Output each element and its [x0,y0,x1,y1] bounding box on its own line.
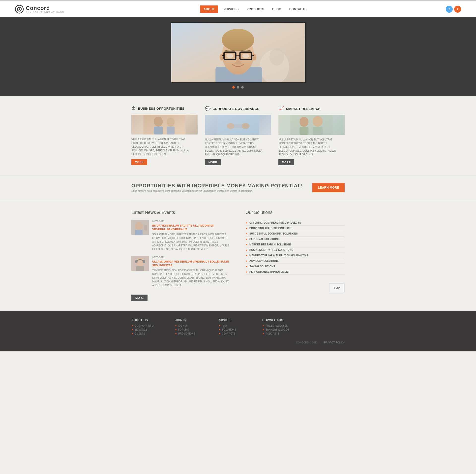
footer-link-0-1[interactable]: ► SERVICES [131,328,170,331]
market-icon: 📈 [278,106,284,111]
solution-item-9[interactable]: ► PERFORMANCE IMPROVEMENT [245,269,345,275]
solution-item-6[interactable]: ► MANUFACTURING & SUPPLY CHAIN ANALYSIS [245,253,345,258]
rss-icon[interactable]: r [454,6,461,13]
footer-link-text-0-1: SERVICES [135,328,147,331]
solution-text-6: MANUFACTURING & SUPPLY CHAIN ANALYSIS [249,254,308,257]
feature-corporate: 💬 CORPORATE GOVERNANCE [205,106,271,165]
solutions-section: Our Solutions ► OFFERING COMPREHENSIVE P… [245,210,345,301]
footer-col-title-2: ADVICE [219,318,257,322]
svg-rect-20 [143,115,185,135]
footer-arrow-2-0: ► [219,324,221,327]
solution-arrow-6: ► [245,254,248,257]
footer-link-3-1[interactable]: ► BANNERS & LOGOS [262,328,301,331]
footer-divider: | [321,341,321,344]
news-date-1: 01/02/2012 [152,220,231,223]
footer-arrow-3-2: ► [262,332,265,335]
hero-person [171,23,305,82]
footer-link-2-2[interactable]: ► CONTACTS [219,332,257,335]
nav-item-services[interactable]: SERVICES [219,5,242,13]
footer-col-0: ABOUT US► COMPANY INFO► SERVICES► CLIENT… [131,318,170,336]
solution-text-2: SUCCESSFUL ECONOMIC SOLUTIONS [249,232,298,235]
svg-point-2 [19,8,20,10]
footer-link-text-1-2: PROMOTIONS [178,332,195,335]
svg-rect-29 [234,124,242,128]
solution-item-1[interactable]: ► PROVIDING THE BEST PROJECTS [245,226,345,231]
nav-item-about[interactable]: ABOUT [200,5,218,13]
hero-dot-2[interactable] [237,86,239,89]
feature-corporate-more-btn[interactable]: MORE [205,159,221,165]
footer-col-title-1: JOIN IN [175,318,214,322]
footer-link-1-1[interactable]: ► FORUMS [175,328,214,331]
cta-main-text: OPPORTUNITIES WITH INCREDIBLE MONEY MAKI… [131,183,303,189]
feature-business-more-btn[interactable]: MORE [131,159,147,165]
solution-arrow-5: ► [245,249,248,251]
svg-point-18 [242,54,249,58]
footer-link-3-2[interactable]: ► PODCASTS [262,332,301,335]
solution-item-0[interactable]: ► OFFERING COMPREHENSIVE PROJECTS [245,220,345,226]
svg-point-43 [143,260,145,263]
solution-item-4[interactable]: ► MARKET RESEARCH SOLUTIONS [245,242,345,247]
news-thumb-2 [131,256,149,271]
footer-col-3: DOWNLOADS► PRESS RELEASES► BANNERS & LOG… [262,318,301,336]
news-date-2: 02/03/2012 [152,256,231,259]
twitter-icon[interactable]: t [446,6,453,13]
solution-arrow-8: ► [245,265,248,268]
svg-rect-34 [313,127,323,135]
news-headline-1: BITUR VESTIBULUM SAGITTIS ULLAMCORPER VE… [152,224,231,232]
hero-image [171,22,306,83]
svg-point-23 [167,118,175,127]
solution-item-7[interactable]: ► ADVISORY SOLUTIONS [245,258,345,264]
svg-point-19 [231,69,245,75]
svg-point-21 [154,117,163,127]
logo: Concord ANY SOLUTIONS AT HAND [15,5,64,14]
footer-link-3-0[interactable]: ► PRESS RELEASES [262,324,301,327]
svg-point-5 [269,48,284,66]
corporate-icon: 💬 [205,106,211,111]
business-icon: ⏱ [131,106,136,111]
footer-link-1-0[interactable]: ► SIGN UP [175,324,214,327]
content-inner: Latest News & Events 01/02/2012 BITUR VE… [131,210,345,301]
nav-item-products[interactable]: PRODUCTS [243,5,268,13]
footer-privacy-link[interactable]: PRIVACY POLICY [324,341,345,344]
svg-point-31 [300,117,309,127]
social-icons: t r [446,6,461,13]
feature-business-image [131,115,198,135]
cta-sub-text: Nulla pretium nulla non elit volutpat po… [131,190,303,192]
solution-item-3[interactable]: ► PERSONAL SOLUTIONS [245,237,345,242]
logo-icon [15,5,24,14]
solution-text-9: PERFORMANCE IMPROVEMENT [249,271,290,273]
footer-link-text-3-1: BANNERS & LOGOS [266,328,289,331]
solution-text-8: SAVING SOLUTIONS [249,265,275,268]
svg-rect-30 [291,115,333,135]
footer-link-2-1[interactable]: ► SOLUTIONS [219,328,257,331]
footer-link-0-0[interactable]: ► COMPANY INFO [131,324,170,327]
feature-market-text: NULLA PRETIUM NULLA NON ELIT VOLUTPAT PO… [278,138,345,156]
news-body-2: TEMPOR EROS, NON EGESTAS IPSUM LOREM QUI… [152,269,231,287]
feature-market-image [278,115,345,135]
news-more-button[interactable]: MORE [131,295,148,301]
feature-market-more-btn[interactable]: MORE [278,159,294,165]
footer-col-1: JOIN IN► SIGN UP► FORUMS► PROMOTIONS [175,318,214,336]
solution-item-2[interactable]: ► SUCCESSFUL ECONOMIC SOLUTIONS [245,231,345,237]
solution-item-5[interactable]: ► BUSINESS STRATEGY SOLUTIONS [245,247,345,253]
learn-more-button[interactable]: LEARN MORE [312,183,345,192]
feature-business-title: ⏱ BUSINESS OPPORTUNITIES [131,106,198,111]
hero-dot-1[interactable] [232,86,235,89]
nav-item-blog[interactable]: BLOG [269,5,285,13]
solution-item-8[interactable]: ► SAVING SOLUTIONS [245,264,345,269]
top-button[interactable]: TOP [329,283,345,292]
footer-link-0-2[interactable]: ► CLIENTS [131,332,170,335]
footer-col-title-3: DOWNLOADS [262,318,301,322]
footer-link-text-1-1: FORUMS [178,328,189,331]
footer-link-1-2[interactable]: ► PROMOTIONS [175,332,214,335]
feature-business: ⏱ BUSINESS OPPORTUNITIES [131,106,198,165]
nav-item-contacts[interactable]: CONTACTS [286,5,310,13]
footer-inner: ABOUT US► COMPANY INFO► SERVICES► CLIENT… [131,318,345,344]
footer-arrow-0-2: ► [131,332,134,335]
footer-link-2-0[interactable]: ► FAQ [219,324,257,327]
hero-dot-3[interactable] [241,86,244,89]
header: Concord ANY SOLUTIONS AT HAND ABOUT SERV… [0,0,476,17]
footer-arrow-2-2: ► [219,332,221,335]
footer: ABOUT US► COMPANY INFO► SERVICES► CLIENT… [0,311,476,351]
news-item-2-content: 02/03/2012 ULLAMCORPER VESTIBULUM VIVERR… [152,256,231,287]
